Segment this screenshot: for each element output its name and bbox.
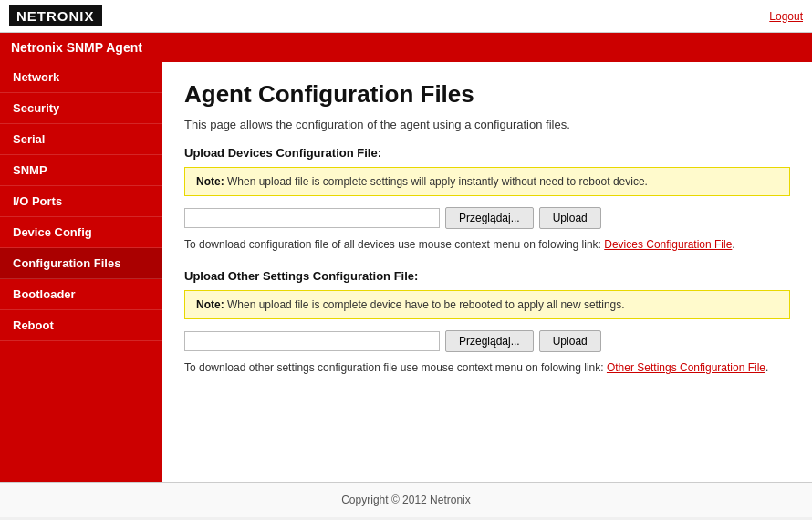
section1-note-heading: Note:: [196, 175, 224, 188]
section1-download-suffix: .: [732, 238, 734, 251]
sidebar-item-io-ports[interactable]: I/O Ports: [0, 186, 162, 217]
section2-note-box: Note: When upload file is complete devic…: [184, 290, 790, 319]
section2-note-heading: Note:: [196, 298, 224, 311]
footer: Copyright © 2012 Netronix: [0, 482, 812, 517]
section1-note-text: When upload file is complete settings wi…: [224, 175, 648, 188]
sidebar-item-serial[interactable]: Serial: [0, 124, 162, 155]
section2-file-input[interactable]: [184, 331, 440, 351]
sidebar-item-configuration-files[interactable]: Configuration Files: [0, 248, 162, 279]
page-description: This page allows the configuration of th…: [184, 118, 790, 131]
section1-note-box: Note: When upload file is complete setti…: [184, 167, 790, 196]
section2: Upload Other Settings Configuration File…: [184, 269, 790, 374]
section1-browse-button[interactable]: Przeglądaj...: [445, 207, 534, 229]
section2-upload-button[interactable]: Upload: [539, 330, 601, 352]
section2-download-prefix: To download other settings configuration…: [184, 361, 607, 374]
sidebar: Network Security Serial SNMP I/O Ports D…: [0, 62, 162, 482]
section2-download-text: To download other settings configuration…: [184, 361, 790, 374]
section2-download-link[interactable]: Other Settings Configuration File: [607, 361, 765, 374]
header-bar: Netronix SNMP Agent: [0, 33, 812, 62]
section2-download-suffix: .: [765, 361, 768, 374]
section2-note-text: When upload file is complete device have…: [224, 298, 625, 311]
content-area: Agent Configuration Files This page allo…: [162, 62, 812, 482]
top-bar: NETRONIX Logout: [0, 0, 812, 33]
main-layout: Network Security Serial SNMP I/O Ports D…: [0, 62, 812, 482]
page-title: Agent Configuration Files: [184, 80, 790, 109]
logout-link[interactable]: Logout: [769, 10, 803, 23]
section1-file-input[interactable]: [184, 208, 440, 228]
section1-label: Upload Devices Configuration File:: [184, 146, 790, 160]
sidebar-item-security[interactable]: Security: [0, 93, 162, 124]
section1-upload-button[interactable]: Upload: [539, 207, 601, 229]
section2-label: Upload Other Settings Configuration File…: [184, 269, 790, 283]
section1-upload-row: Przeglądaj... Upload: [184, 207, 790, 229]
header-title: Netronix SNMP Agent: [11, 40, 142, 55]
sidebar-item-network[interactable]: Network: [0, 62, 162, 93]
section1-download-link[interactable]: Devices Configuration File: [604, 238, 732, 251]
sidebar-item-bootloader[interactable]: Bootloader: [0, 279, 162, 310]
footer-text: Copyright © 2012 Netronix: [341, 494, 471, 506]
section1: Upload Devices Configuration File: Note:…: [184, 146, 790, 251]
section1-download-text: To download configuration file of all de…: [184, 238, 790, 251]
section2-upload-row: Przeglądaj... Upload: [184, 330, 790, 352]
sidebar-item-device-config[interactable]: Device Config: [0, 217, 162, 248]
section1-download-prefix: To download configuration file of all de…: [184, 238, 604, 251]
sidebar-item-reboot[interactable]: Reboot: [0, 310, 162, 341]
logo: NETRONIX: [9, 5, 102, 26]
section2-browse-button[interactable]: Przeglądaj...: [445, 330, 534, 352]
sidebar-item-snmp[interactable]: SNMP: [0, 155, 162, 186]
